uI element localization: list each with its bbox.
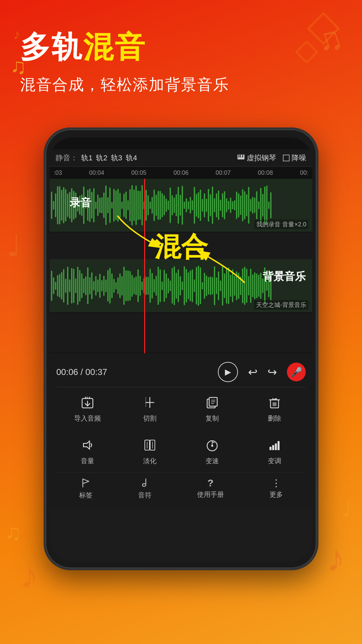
tool-fade[interactable]: 淡化: [119, 432, 181, 472]
bottom-controls: 00:06 / 00:37 ▶ ↩ ↪ 🎤: [50, 353, 312, 509]
cut-icon: [143, 396, 157, 411]
import-label: 导入音频: [74, 414, 101, 423]
svg-rect-4: [243, 155, 244, 159]
tool-volume[interactable]: 音量: [56, 432, 119, 472]
copy-icon: [205, 396, 219, 411]
volume-icon: [81, 438, 94, 454]
svg-marker-33: [83, 441, 89, 449]
tool-grid-row2: 音量 淡化: [56, 432, 306, 472]
tool-delete[interactable]: 删除: [243, 389, 306, 430]
track1-label[interactable]: 轨1: [81, 153, 93, 163]
nav-more-label: 更多: [269, 490, 283, 499]
more-icon: ⋮: [271, 478, 281, 488]
piano-label: 虚拟钢琴: [247, 153, 276, 163]
tool-cut[interactable]: 切割: [119, 389, 181, 430]
ruler-mark-1: 00:04: [89, 169, 104, 176]
track-header-right: 虚拟钢琴 降噪: [237, 153, 306, 163]
tracks-area: 我的录音 音量×2.0 天空之城-背景音乐 录音: [50, 179, 312, 353]
play-button[interactable]: ▶: [218, 362, 238, 382]
transport-bar: 00:06 / 00:37 ▶ ↩ ↪ 🎤: [56, 359, 306, 387]
delete-icon: [268, 396, 281, 411]
title-white: 多轨: [20, 27, 83, 68]
pitch-label: 变调: [268, 457, 281, 466]
track2-label[interactable]: 轨2: [96, 153, 107, 163]
title-line: 多轨 混音: [20, 27, 342, 68]
fade-label: 淡化: [143, 457, 157, 466]
header-area: 多轨 混音 混音合成，轻松添加背景音乐: [20, 27, 342, 95]
fade-icon: [143, 438, 157, 454]
timeline-ruler: :03 00:04 00:05 00:06 00:07 00:08 00:: [50, 167, 312, 179]
ruler-mark-0: :03: [54, 169, 62, 176]
piano-button[interactable]: 虚拟钢琴: [237, 153, 276, 163]
svg-rect-7: [242, 155, 243, 158]
record-button[interactable]: 🎤: [287, 363, 306, 381]
track-header: 静音： 轨1 轨2 轨3 轨4: [50, 150, 312, 167]
subtitle: 混音合成，轻松添加背景音乐: [20, 74, 342, 95]
pitch-icon: [268, 438, 281, 454]
ruler-marks: :03 00:04 00:05 00:06 00:07 00:08 00:: [54, 169, 308, 176]
nav-note[interactable]: 音符: [138, 477, 152, 500]
nav-manual-label: 使用手册: [197, 490, 224, 499]
mute-label: 静音：: [56, 153, 78, 163]
ruler-mark-6: 00:: [300, 169, 308, 176]
delete-label: 删除: [268, 414, 281, 423]
svg-rect-6: [240, 155, 241, 158]
track3-label[interactable]: 轨3: [111, 153, 122, 163]
manual-icon: ?: [207, 478, 214, 488]
track-row-bgmusic[interactable]: 天空之城-背景音乐: [50, 259, 312, 313]
ruler-mark-4: 00:07: [216, 169, 231, 176]
speed-icon: [205, 438, 219, 454]
svg-rect-43: [272, 445, 274, 450]
cut-label: 切割: [143, 414, 157, 423]
track1-info: 我的录音 音量×2.0: [254, 220, 308, 229]
phone-outer: 静音： 轨1 轨2 轨3 轨4: [44, 127, 318, 570]
tool-pitch[interactable]: 变调: [243, 432, 306, 472]
nav-tag[interactable]: 标签: [79, 477, 93, 500]
track4-label[interactable]: 轨4: [126, 153, 137, 163]
undo-button[interactable]: ↩: [248, 365, 257, 379]
nav-tag-label: 标签: [79, 491, 93, 500]
svg-rect-45: [278, 441, 280, 450]
svg-text:+: +: [86, 396, 88, 400]
flag-icon: [80, 477, 92, 489]
import-icon: +: [81, 396, 94, 411]
phone-notch: [154, 138, 208, 147]
redo-button[interactable]: ↪: [267, 365, 277, 379]
volume-label: 音量: [81, 457, 94, 466]
svg-rect-44: [275, 443, 277, 450]
music-note-icon: [139, 477, 150, 489]
title-yellow: 混音: [83, 27, 146, 68]
phone-mockup: 静音： 轨1 轨2 轨3 轨4: [44, 127, 318, 570]
phone-screen: 静音： 轨1 轨2 轨3 轨4: [50, 138, 312, 561]
tool-speed[interactable]: 变速: [181, 432, 243, 472]
ruler-mark-3: 00:06: [173, 169, 188, 176]
track-row-recording[interactable]: 我的录音 音量×2.0: [50, 179, 312, 232]
tool-import[interactable]: + 导入音频: [56, 389, 119, 430]
ruler-mark-2: 00:05: [131, 169, 146, 176]
track2-info: 天空之城-背景音乐: [254, 300, 308, 310]
svg-rect-42: [269, 447, 272, 450]
piano-icon: [237, 154, 245, 162]
track-row-empty: [50, 313, 312, 353]
tool-grid-row1: + 导入音频 切割: [56, 389, 306, 430]
tool-copy[interactable]: 复制: [181, 389, 243, 430]
nav-more[interactable]: ⋮ 更多: [269, 478, 283, 499]
ruler-mark-5: 00:08: [258, 169, 273, 176]
noise-button[interactable]: 降噪: [283, 153, 306, 163]
speed-label: 变速: [205, 457, 219, 466]
nav-note-label: 音符: [138, 491, 152, 500]
transport-buttons: ▶ ↩ ↪ 🎤: [218, 362, 306, 382]
noise-label: 降噪: [292, 153, 306, 163]
nav-manual[interactable]: ? 使用手册: [197, 478, 224, 499]
noise-checkbox[interactable]: [283, 155, 290, 161]
time-display: 00:06 / 00:37: [56, 367, 107, 377]
bottom-nav: 标签 音符 ? 使用手册 ⋮ 更多: [56, 472, 306, 506]
copy-label: 复制: [205, 414, 219, 423]
track-header-left: 静音： 轨1 轨2 轨3 轨4: [56, 153, 137, 163]
playhead: [144, 179, 145, 353]
svg-rect-5: [238, 155, 239, 158]
